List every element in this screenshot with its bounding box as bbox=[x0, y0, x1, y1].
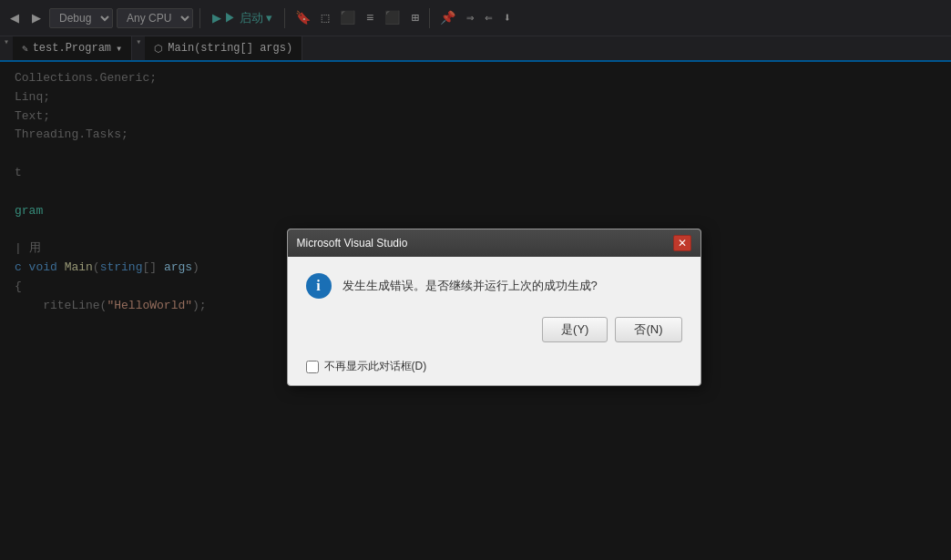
dialog: Microsoft Visual Studio ✕ i 发生生成错误。是否继续并… bbox=[287, 229, 701, 386]
dialog-close-button[interactable]: ✕ bbox=[673, 235, 691, 251]
dialog-titlebar: Microsoft Visual Studio ✕ bbox=[288, 229, 700, 257]
dont-show-checkbox[interactable] bbox=[306, 361, 319, 373]
dialog-buttons: 是(Y) 否(N) bbox=[306, 317, 682, 342]
modal-overlay: Microsoft Visual Studio ✕ i 发生生成错误。是否继续并… bbox=[0, 0, 951, 560]
no-button[interactable]: 否(N) bbox=[615, 317, 681, 342]
info-icon: i bbox=[306, 273, 332, 299]
dialog-message-text: 发生生成错误。是否继续并运行上次的成功生成? bbox=[343, 273, 598, 295]
dialog-body: i 发生生成错误。是否继续并运行上次的成功生成? 是(Y) 否(N) 不再显示此… bbox=[288, 257, 700, 385]
dont-show-label[interactable]: 不再显示此对话框(D) bbox=[324, 359, 427, 374]
dialog-message: i 发生生成错误。是否继续并运行上次的成功生成? bbox=[306, 273, 682, 299]
dialog-title: Microsoft Visual Studio bbox=[297, 237, 408, 249]
dialog-footer: 不再显示此对话框(D) bbox=[306, 355, 682, 374]
yes-button[interactable]: 是(Y) bbox=[542, 317, 608, 342]
